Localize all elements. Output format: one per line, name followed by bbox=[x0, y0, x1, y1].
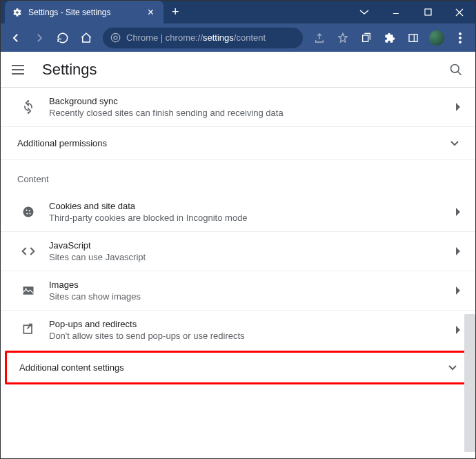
window-minimize-button[interactable]: – bbox=[380, 1, 412, 23]
search-icon[interactable] bbox=[448, 61, 464, 78]
chevron-down-icon bbox=[448, 365, 457, 371]
image-icon bbox=[14, 284, 42, 297]
chrome-icon bbox=[110, 32, 121, 43]
hamburger-menu-icon[interactable] bbox=[12, 61, 28, 78]
home-button[interactable] bbox=[77, 28, 96, 48]
row-cookies[interactable]: Cookies and site data Third-party cookie… bbox=[1, 193, 475, 232]
address-bar[interactable]: Chrome | chrome://settings/content bbox=[103, 28, 303, 48]
row-subtitle: Recently closed sites can finish sending… bbox=[49, 108, 456, 118]
row-title: JavaScript bbox=[49, 240, 456, 251]
chevron-down-icon[interactable] bbox=[348, 1, 380, 23]
svg-point-6 bbox=[459, 32, 462, 35]
row-javascript[interactable]: JavaScript Sites can use Javascript bbox=[1, 232, 475, 271]
menu-dots-icon[interactable] bbox=[450, 28, 470, 48]
url-text: Chrome | chrome://settings/content bbox=[126, 32, 266, 43]
profile-avatar[interactable] bbox=[427, 28, 446, 48]
svg-point-1 bbox=[111, 33, 120, 42]
sync-icon bbox=[14, 100, 42, 114]
reload-button[interactable] bbox=[53, 28, 72, 48]
svg-rect-0 bbox=[425, 9, 431, 15]
svg-point-10 bbox=[23, 207, 34, 217]
back-button[interactable] bbox=[6, 28, 26, 48]
chevron-right-icon bbox=[456, 103, 462, 111]
svg-rect-4 bbox=[409, 34, 417, 41]
row-images[interactable]: Images Sites can show images bbox=[1, 271, 475, 311]
collections-icon[interactable] bbox=[357, 28, 376, 48]
svg-point-11 bbox=[26, 209, 27, 211]
close-tab-icon[interactable]: × bbox=[145, 6, 157, 19]
expander-additional-content-settings[interactable]: Additional content settings bbox=[7, 353, 469, 382]
window-close-button[interactable] bbox=[444, 1, 475, 23]
row-title: Cookies and site data bbox=[49, 201, 456, 211]
chevron-right-icon bbox=[456, 286, 462, 295]
row-title: Pop-ups and redirects bbox=[49, 319, 456, 329]
page-title: Settings bbox=[42, 61, 97, 79]
popup-icon bbox=[14, 323, 42, 337]
row-subtitle: Sites can use Javascript bbox=[49, 252, 456, 262]
svg-point-7 bbox=[459, 37, 462, 39]
annotation-highlight: Additional content settings bbox=[5, 351, 471, 384]
svg-point-8 bbox=[459, 41, 462, 43]
svg-point-9 bbox=[451, 64, 459, 72]
row-title: Images bbox=[49, 280, 456, 290]
svg-point-14 bbox=[29, 213, 30, 214]
gear-icon bbox=[12, 7, 23, 18]
window-maximize-button[interactable] bbox=[412, 1, 444, 23]
new-tab-button[interactable]: + bbox=[163, 5, 188, 19]
section-header-content: Content bbox=[1, 160, 475, 193]
row-background-sync[interactable]: Background sync Recently closed sites ca… bbox=[1, 88, 475, 127]
chevron-down-icon bbox=[450, 141, 459, 146]
browser-tab[interactable]: Settings - Site settings × bbox=[5, 1, 163, 23]
forward-button[interactable] bbox=[30, 28, 49, 48]
code-icon bbox=[14, 244, 42, 258]
svg-point-13 bbox=[26, 213, 28, 214]
browser-toolbar: Chrome | chrome://settings/content bbox=[1, 23, 475, 52]
chevron-right-icon bbox=[456, 208, 462, 216]
browser-titlebar: Settings - Site settings × + – bbox=[1, 1, 475, 23]
side-panel-icon[interactable] bbox=[404, 28, 423, 48]
row-subtitle: Don't allow sites to send pop-ups or use… bbox=[49, 331, 456, 341]
expander-additional-permissions[interactable]: Additional permissions bbox=[1, 127, 475, 160]
settings-content: Background sync Recently closed sites ca… bbox=[1, 88, 475, 459]
extensions-icon[interactable] bbox=[380, 28, 399, 48]
scrollbar[interactable] bbox=[464, 314, 475, 452]
settings-header: Settings bbox=[1, 52, 475, 88]
share-icon[interactable] bbox=[310, 28, 329, 48]
bookmark-star-icon[interactable] bbox=[333, 28, 353, 48]
svg-point-12 bbox=[29, 210, 30, 211]
chevron-right-icon bbox=[456, 326, 462, 334]
row-popups[interactable]: Pop-ups and redirects Don't allow sites … bbox=[1, 311, 475, 349]
row-subtitle: Third-party cookies are blocked in Incog… bbox=[49, 213, 456, 223]
chevron-right-icon bbox=[456, 247, 462, 255]
svg-rect-17 bbox=[23, 325, 32, 333]
cookie-icon bbox=[14, 205, 42, 219]
tab-title: Settings - Site settings bbox=[28, 8, 139, 17]
row-subtitle: Sites can show images bbox=[49, 291, 456, 302]
svg-point-16 bbox=[26, 288, 27, 289]
svg-point-2 bbox=[114, 36, 117, 39]
svg-rect-3 bbox=[363, 35, 368, 41]
row-title: Background sync bbox=[49, 96, 456, 106]
